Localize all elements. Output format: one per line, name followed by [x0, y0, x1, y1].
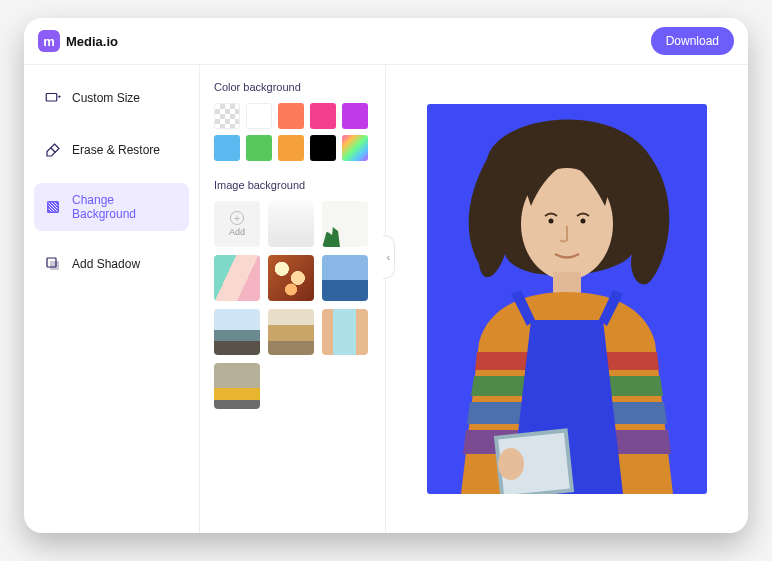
- color-swatches: [214, 103, 371, 161]
- custom-size-icon: [44, 89, 62, 107]
- sidebar-item-custom-size[interactable]: Custom Size: [34, 79, 189, 117]
- thumb-mountain-road[interactable]: [214, 309, 260, 355]
- collapse-panel-handle[interactable]: ‹: [383, 235, 395, 279]
- svg-point-7: [581, 219, 586, 224]
- header: m Media.io Download: [24, 18, 748, 64]
- sidebar-item-change-background[interactable]: Change Background: [34, 183, 189, 231]
- svg-rect-0: [46, 94, 57, 102]
- svg-point-6: [549, 219, 554, 224]
- thumb-old-town-street[interactable]: [268, 309, 314, 355]
- thumb-bokeh-warm[interactable]: [268, 255, 314, 301]
- image-background-label: Image background: [214, 179, 371, 191]
- brand-name: Media.io: [66, 34, 118, 49]
- preview-image[interactable]: [427, 104, 707, 494]
- swatch-coral[interactable]: [278, 103, 304, 129]
- brand-logo-icon: m: [38, 30, 60, 52]
- thumb-add-label: Add: [229, 227, 245, 237]
- thumb-pastel-stripes[interactable]: [214, 255, 260, 301]
- app-window: m Media.io Download Custom Size Erase & …: [24, 18, 748, 533]
- erase-restore-icon: [44, 141, 62, 159]
- person-with-apron-icon: [427, 104, 707, 494]
- swatch-rainbow[interactable]: [342, 135, 368, 161]
- svg-rect-3: [50, 261, 59, 270]
- change-background-icon: [44, 198, 62, 216]
- sidebar-item-add-shadow[interactable]: Add Shadow: [34, 245, 189, 283]
- body: Custom Size Erase & Restore Change Backg…: [24, 64, 748, 533]
- brand: m Media.io: [38, 30, 118, 52]
- sidebar-item-label: Add Shadow: [72, 257, 140, 271]
- thumb-blue-door[interactable]: [322, 309, 368, 355]
- download-button[interactable]: Download: [651, 27, 734, 55]
- sidebar-item-label: Change Background: [72, 193, 179, 221]
- color-background-label: Color background: [214, 81, 371, 93]
- thumb-white-studio[interactable]: [268, 201, 314, 247]
- swatch-purple[interactable]: [342, 103, 368, 129]
- swatch-transparent[interactable]: [214, 103, 240, 129]
- swatch-black[interactable]: [310, 135, 336, 161]
- thumb-taxis-city[interactable]: [214, 363, 260, 409]
- swatch-sky-blue[interactable]: [214, 135, 240, 161]
- image-thumbs: + Add: [214, 201, 371, 409]
- swatch-orange[interactable]: [278, 135, 304, 161]
- thumb-sea-sunset[interactable]: [322, 255, 368, 301]
- sidebar-item-label: Erase & Restore: [72, 143, 160, 157]
- add-shadow-icon: [44, 255, 62, 273]
- chevron-left-icon: ‹: [387, 252, 390, 263]
- options-panel: Color background Image background + Add: [200, 64, 386, 533]
- svg-point-11: [498, 448, 524, 480]
- plus-icon: +: [230, 211, 244, 225]
- thumb-add[interactable]: + Add: [214, 201, 260, 247]
- canvas-area: [386, 64, 748, 533]
- swatch-pink[interactable]: [310, 103, 336, 129]
- sidebar-item-erase-restore[interactable]: Erase & Restore: [34, 131, 189, 169]
- swatch-white[interactable]: [246, 103, 272, 129]
- thumb-plant-corner[interactable]: [322, 201, 368, 247]
- sidebar-item-label: Custom Size: [72, 91, 140, 105]
- sidebar: Custom Size Erase & Restore Change Backg…: [24, 64, 200, 533]
- swatch-green[interactable]: [246, 135, 272, 161]
